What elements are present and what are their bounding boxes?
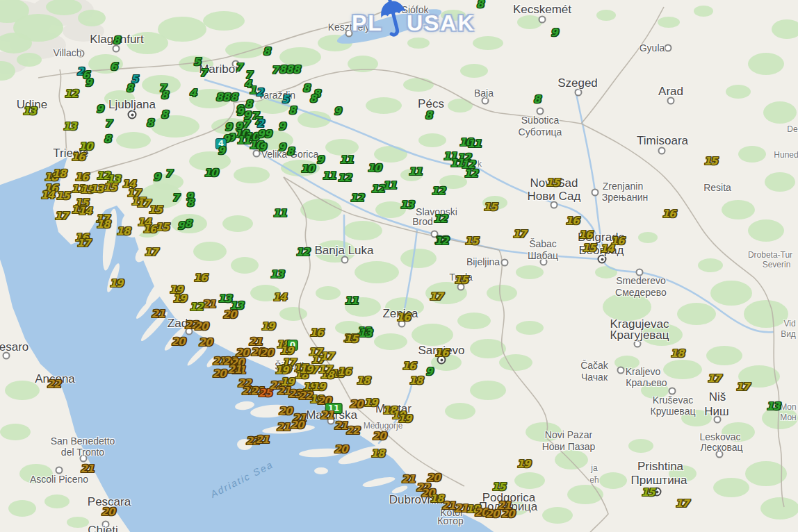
station-temperature[interactable]: 20 [334,443,348,456]
station-temperature[interactable]: 8 [215,91,222,103]
station-temperature[interactable]: 12 [338,172,351,184]
station-temperature[interactable]: 9 [259,141,265,153]
station-temperature[interactable]: 13 [63,120,76,133]
station-temperature[interactable]: 20 [199,336,212,349]
station-temperature[interactable]: 15 [465,235,478,247]
station-temperature[interactable]: 12 [432,185,445,197]
station-temperature[interactable]: 15 [149,203,162,216]
station-temperature[interactable]: 9 [153,171,159,183]
station-temperature[interactable]: 10 [368,162,381,174]
station-temperature[interactable]: 9 [425,365,432,378]
station-temperature[interactable]: 20 [486,508,499,520]
station-temperature[interactable]: 8 [161,89,167,101]
station-temperature[interactable]: 13 [90,183,104,195]
station-temperature[interactable]: 20 [260,347,273,359]
station-temperature[interactable]: 8 [230,91,236,103]
station-temperature[interactable]: 15 [56,190,70,202]
station-temperature[interactable]: 8 [126,82,132,94]
station-temperature[interactable]: 6 [110,60,116,73]
station-temperature[interactable]: 11 [273,207,286,219]
station-temperature[interactable]: 9 [316,153,323,166]
station-temperature[interactable]: 20 [501,508,514,520]
station-temperature[interactable]: 17 [430,290,443,303]
station-temperature[interactable]: 17 [708,372,721,385]
station-temperature[interactable]: 18 [117,225,130,238]
station-temperature[interactable]: 16 [402,360,416,372]
station-temperature[interactable]: 9 [278,141,284,153]
station-temperature[interactable]: 8 [302,82,309,94]
station-temperature[interactable]: 15 [704,155,717,167]
station-temperature[interactable]: 16 [579,228,592,241]
station-temperature[interactable]: 11 [345,294,358,307]
station-temperature[interactable]: 14 [41,189,54,201]
station-temperature[interactable]: 8 [184,217,190,230]
station-temperature[interactable]: 18 [357,374,370,387]
station-temperature[interactable]: 13 [270,268,284,281]
station-temperature[interactable]: 15 [642,486,655,499]
station-temperature[interactable]: 17 [320,350,334,363]
station-temperature[interactable]: 20 [350,398,363,410]
station-temperature[interactable]: 16 [338,365,351,378]
station-temperature[interactable]: 20 [223,308,236,321]
station-temperature[interactable]: 11 [409,165,422,178]
station-temperature[interactable]: 19 [312,381,325,393]
station-temperature[interactable]: 8 [222,91,229,103]
weather-map[interactable]: VillachKlagenfurtUdineTriesteLjubljanaMa… [0,0,798,532]
station-temperature[interactable]: 21 [320,409,334,422]
station-temperature[interactable]: 9 [177,219,184,232]
station-temperature[interactable]: 8 [146,117,152,129]
station-temperature[interactable]: 8 [279,63,285,76]
station-temperature[interactable]: 1 [249,84,255,97]
station-temperature[interactable]: 9 [218,144,224,157]
station-temperature[interactable]: 22 [47,378,60,390]
station-temperature[interactable]: 12 [190,301,203,313]
station-temperature[interactable]: 17 [676,497,689,510]
station-temperature[interactable]: 5 [282,93,288,106]
station-temperature[interactable]: 15 [492,481,505,493]
station-temperature[interactable]: 17 [736,381,749,393]
station-temperature[interactable]: 16 [566,215,579,227]
station-temperature[interactable]: 13 [767,400,780,413]
station-temperature[interactable]: 20 [172,335,185,348]
station-temperature[interactable]: 15 [546,176,560,189]
station-temperature[interactable]: 13 [400,199,414,211]
station-temperature[interactable]: 11 [237,134,250,147]
station-temperature[interactable]: 19 [364,397,377,409]
station-temperature[interactable]: 19 [173,292,186,305]
station-temperature[interactable]: 13 [359,327,372,340]
station-temperature[interactable]: 2 [256,86,262,99]
station-temperature[interactable]: 16 [435,347,448,359]
station-temperature[interactable]: 7 [165,167,171,180]
station-temperature[interactable]: 20 [373,430,386,442]
station-temperature[interactable]: 18 [409,374,423,387]
station-temperature[interactable]: 21 [81,463,94,475]
station-temperature[interactable]: 15 [104,181,117,194]
station-temperature[interactable]: 22 [346,424,359,437]
station-temperature[interactable]: 8 [309,92,316,105]
station-temperature[interactable]: 19 [300,363,313,376]
station-temperature[interactable]: 15 [583,242,596,254]
station-temperature[interactable]: 19 [517,458,530,470]
station-temperature[interactable]: 20 [213,367,226,380]
pljusak-logo[interactable]: PL USAK [352,3,475,43]
station-temperature[interactable]: 4 [189,87,195,99]
station-temperature[interactable]: 18 [97,218,110,231]
station-temperature[interactable]: 8 [288,104,295,117]
station-temperature[interactable]: 11 [468,138,481,150]
station-temperature[interactable]: 16 [194,272,207,284]
station-temperature[interactable]: 12 [464,167,478,180]
station-temperature[interactable]: 15 [156,221,169,233]
station-temperature[interactable]: 17 [145,246,158,258]
station-temperature[interactable]: 20 [291,419,304,431]
station-temperature[interactable]: 15 [455,274,468,286]
station-temperature[interactable]: 8 [286,145,293,158]
station-temperature[interactable]: 19 [281,376,294,388]
station-temperature[interactable]: 19 [280,344,293,357]
station-temperature[interactable]: 9 [236,106,243,118]
station-temperature[interactable]: 16 [143,223,156,235]
station-temperature[interactable]: 21 [202,298,215,310]
station-temperature[interactable]: 19 [275,364,288,376]
station-temperature[interactable]: 14 [273,291,286,304]
station-temperature[interactable]: 20 [195,320,208,333]
station-temperature[interactable]: 10 [204,167,218,179]
